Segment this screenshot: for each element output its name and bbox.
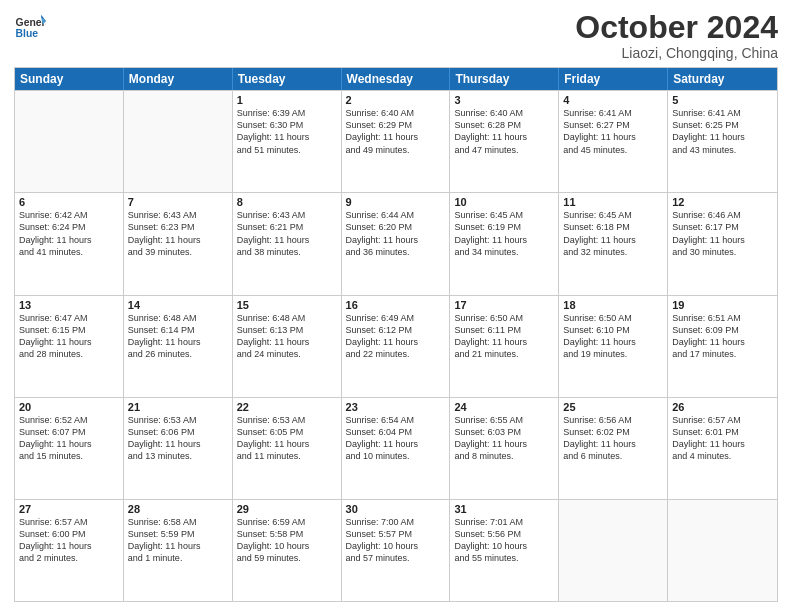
location: Liaozi, Chongqing, China (575, 45, 778, 61)
sun-info: Sunrise: 6:56 AMSunset: 6:02 PMDaylight:… (563, 414, 663, 463)
day-number: 29 (237, 503, 337, 515)
sun-info: Sunrise: 6:41 AMSunset: 6:27 PMDaylight:… (563, 107, 663, 156)
sun-info: Sunrise: 6:39 AMSunset: 6:30 PMDaylight:… (237, 107, 337, 156)
day-header-thursday: Thursday (450, 68, 559, 90)
sun-info: Sunrise: 6:49 AMSunset: 6:12 PMDaylight:… (346, 312, 446, 361)
day-cell-27: 27Sunrise: 6:57 AMSunset: 6:00 PMDayligh… (15, 500, 124, 601)
day-number: 9 (346, 196, 446, 208)
sun-info: Sunrise: 6:40 AMSunset: 6:29 PMDaylight:… (346, 107, 446, 156)
day-number: 8 (237, 196, 337, 208)
header: General Blue October 2024 Liaozi, Chongq… (14, 10, 778, 61)
day-cell-26: 26Sunrise: 6:57 AMSunset: 6:01 PMDayligh… (668, 398, 777, 499)
calendar: SundayMondayTuesdayWednesdayThursdayFrid… (14, 67, 778, 602)
day-cell-19: 19Sunrise: 6:51 AMSunset: 6:09 PMDayligh… (668, 296, 777, 397)
day-cell-18: 18Sunrise: 6:50 AMSunset: 6:10 PMDayligh… (559, 296, 668, 397)
day-cell-3: 3Sunrise: 6:40 AMSunset: 6:28 PMDaylight… (450, 91, 559, 192)
sun-info: Sunrise: 6:46 AMSunset: 6:17 PMDaylight:… (672, 209, 773, 258)
empty-cell (668, 500, 777, 601)
sun-info: Sunrise: 6:50 AMSunset: 6:10 PMDaylight:… (563, 312, 663, 361)
day-cell-29: 29Sunrise: 6:59 AMSunset: 5:58 PMDayligh… (233, 500, 342, 601)
day-number: 12 (672, 196, 773, 208)
logo: General Blue (14, 10, 46, 42)
day-number: 6 (19, 196, 119, 208)
day-cell-13: 13Sunrise: 6:47 AMSunset: 6:15 PMDayligh… (15, 296, 124, 397)
day-cell-14: 14Sunrise: 6:48 AMSunset: 6:14 PMDayligh… (124, 296, 233, 397)
day-number: 11 (563, 196, 663, 208)
sun-info: Sunrise: 6:58 AMSunset: 5:59 PMDaylight:… (128, 516, 228, 565)
day-number: 1 (237, 94, 337, 106)
day-cell-1: 1Sunrise: 6:39 AMSunset: 6:30 PMDaylight… (233, 91, 342, 192)
week-row-5: 27Sunrise: 6:57 AMSunset: 6:00 PMDayligh… (15, 499, 777, 601)
day-cell-17: 17Sunrise: 6:50 AMSunset: 6:11 PMDayligh… (450, 296, 559, 397)
week-row-3: 13Sunrise: 6:47 AMSunset: 6:15 PMDayligh… (15, 295, 777, 397)
page: General Blue October 2024 Liaozi, Chongq… (0, 0, 792, 612)
calendar-body: 1Sunrise: 6:39 AMSunset: 6:30 PMDaylight… (15, 90, 777, 601)
day-cell-25: 25Sunrise: 6:56 AMSunset: 6:02 PMDayligh… (559, 398, 668, 499)
sun-info: Sunrise: 6:43 AMSunset: 6:23 PMDaylight:… (128, 209, 228, 258)
day-cell-21: 21Sunrise: 6:53 AMSunset: 6:06 PMDayligh… (124, 398, 233, 499)
day-cell-16: 16Sunrise: 6:49 AMSunset: 6:12 PMDayligh… (342, 296, 451, 397)
empty-cell (559, 500, 668, 601)
sun-info: Sunrise: 6:42 AMSunset: 6:24 PMDaylight:… (19, 209, 119, 258)
sun-info: Sunrise: 6:50 AMSunset: 6:11 PMDaylight:… (454, 312, 554, 361)
day-number: 21 (128, 401, 228, 413)
day-cell-10: 10Sunrise: 6:45 AMSunset: 6:19 PMDayligh… (450, 193, 559, 294)
day-cell-2: 2Sunrise: 6:40 AMSunset: 6:29 PMDaylight… (342, 91, 451, 192)
sun-info: Sunrise: 6:52 AMSunset: 6:07 PMDaylight:… (19, 414, 119, 463)
sun-info: Sunrise: 6:43 AMSunset: 6:21 PMDaylight:… (237, 209, 337, 258)
day-header-tuesday: Tuesday (233, 68, 342, 90)
week-row-2: 6Sunrise: 6:42 AMSunset: 6:24 PMDaylight… (15, 192, 777, 294)
day-number: 31 (454, 503, 554, 515)
day-cell-30: 30Sunrise: 7:00 AMSunset: 5:57 PMDayligh… (342, 500, 451, 601)
sun-info: Sunrise: 6:55 AMSunset: 6:03 PMDaylight:… (454, 414, 554, 463)
sun-info: Sunrise: 6:44 AMSunset: 6:20 PMDaylight:… (346, 209, 446, 258)
title-block: October 2024 Liaozi, Chongqing, China (575, 10, 778, 61)
day-number: 5 (672, 94, 773, 106)
sun-info: Sunrise: 6:45 AMSunset: 6:18 PMDaylight:… (563, 209, 663, 258)
month-title: October 2024 (575, 10, 778, 45)
day-cell-15: 15Sunrise: 6:48 AMSunset: 6:13 PMDayligh… (233, 296, 342, 397)
day-header-monday: Monday (124, 68, 233, 90)
day-cell-20: 20Sunrise: 6:52 AMSunset: 6:07 PMDayligh… (15, 398, 124, 499)
day-number: 30 (346, 503, 446, 515)
week-row-4: 20Sunrise: 6:52 AMSunset: 6:07 PMDayligh… (15, 397, 777, 499)
sun-info: Sunrise: 6:57 AMSunset: 6:00 PMDaylight:… (19, 516, 119, 565)
day-cell-7: 7Sunrise: 6:43 AMSunset: 6:23 PMDaylight… (124, 193, 233, 294)
sun-info: Sunrise: 7:00 AMSunset: 5:57 PMDaylight:… (346, 516, 446, 565)
day-number: 15 (237, 299, 337, 311)
day-header-friday: Friday (559, 68, 668, 90)
day-number: 3 (454, 94, 554, 106)
day-cell-8: 8Sunrise: 6:43 AMSunset: 6:21 PMDaylight… (233, 193, 342, 294)
day-cell-28: 28Sunrise: 6:58 AMSunset: 5:59 PMDayligh… (124, 500, 233, 601)
day-cell-12: 12Sunrise: 6:46 AMSunset: 6:17 PMDayligh… (668, 193, 777, 294)
svg-text:Blue: Blue (16, 28, 39, 39)
empty-cell (15, 91, 124, 192)
sun-info: Sunrise: 6:51 AMSunset: 6:09 PMDaylight:… (672, 312, 773, 361)
day-cell-4: 4Sunrise: 6:41 AMSunset: 6:27 PMDaylight… (559, 91, 668, 192)
day-number: 23 (346, 401, 446, 413)
day-cell-31: 31Sunrise: 7:01 AMSunset: 5:56 PMDayligh… (450, 500, 559, 601)
day-number: 26 (672, 401, 773, 413)
sun-info: Sunrise: 6:53 AMSunset: 6:06 PMDaylight:… (128, 414, 228, 463)
day-number: 24 (454, 401, 554, 413)
empty-cell (124, 91, 233, 192)
day-number: 18 (563, 299, 663, 311)
day-header-sunday: Sunday (15, 68, 124, 90)
day-number: 28 (128, 503, 228, 515)
day-cell-6: 6Sunrise: 6:42 AMSunset: 6:24 PMDaylight… (15, 193, 124, 294)
day-header-saturday: Saturday (668, 68, 777, 90)
day-header-wednesday: Wednesday (342, 68, 451, 90)
sun-info: Sunrise: 6:53 AMSunset: 6:05 PMDaylight:… (237, 414, 337, 463)
day-number: 10 (454, 196, 554, 208)
sun-info: Sunrise: 6:48 AMSunset: 6:14 PMDaylight:… (128, 312, 228, 361)
day-number: 27 (19, 503, 119, 515)
sun-info: Sunrise: 6:40 AMSunset: 6:28 PMDaylight:… (454, 107, 554, 156)
sun-info: Sunrise: 6:59 AMSunset: 5:58 PMDaylight:… (237, 516, 337, 565)
day-number: 16 (346, 299, 446, 311)
day-number: 13 (19, 299, 119, 311)
day-number: 2 (346, 94, 446, 106)
sun-info: Sunrise: 6:45 AMSunset: 6:19 PMDaylight:… (454, 209, 554, 258)
day-cell-22: 22Sunrise: 6:53 AMSunset: 6:05 PMDayligh… (233, 398, 342, 499)
sun-info: Sunrise: 6:54 AMSunset: 6:04 PMDaylight:… (346, 414, 446, 463)
day-cell-11: 11Sunrise: 6:45 AMSunset: 6:18 PMDayligh… (559, 193, 668, 294)
